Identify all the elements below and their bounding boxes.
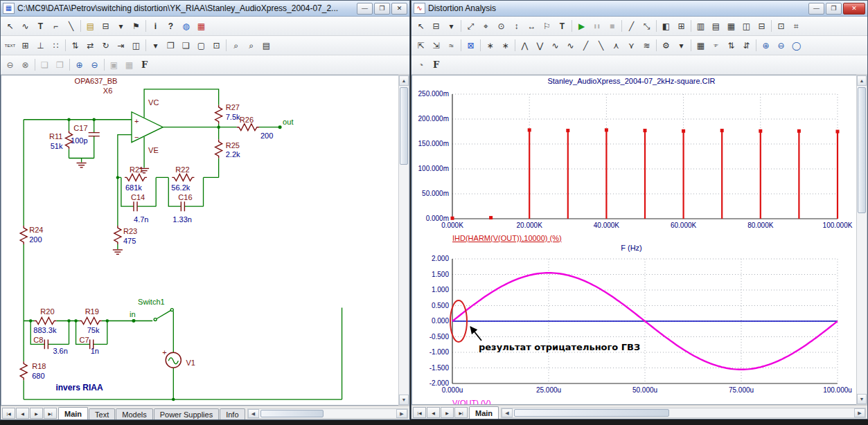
options-dropdown-icon[interactable]: ▾ [674,39,689,53]
picker-dropdown-icon[interactable]: ▾ [444,19,459,33]
zoom-in-icon[interactable]: ⊕ [72,58,87,72]
minimize-button[interactable]: — [357,3,373,15]
text-mode-icon[interactable]: T [555,19,569,33]
cursor-left-icon[interactable]: ∗ [483,39,497,53]
zoom-out-icon[interactable]: ⊖ [774,39,788,53]
rise-edge-icon[interactable]: ╱ [578,39,593,53]
data-points-icon[interactable]: ⊞ [674,19,689,33]
last-tab-button[interactable]: ▶| [44,408,57,419]
prev-tab-button[interactable]: ◀ [427,407,440,418]
font-icon[interactable]: F [137,58,152,72]
picker-dropdown-icon[interactable]: ▾ [114,19,128,33]
scroll-track[interactable] [513,408,854,417]
envelope-icon[interactable]: ≋ [639,39,654,53]
pause-icon[interactable]: ❚❚ [590,19,604,33]
browser-icon[interactable]: ◍ [179,19,193,33]
first-tab-button[interactable]: |◀ [413,407,426,418]
next-tab-button[interactable]: ▶ [30,408,43,419]
find-icon[interactable]: ⌕ [229,39,243,53]
run-icon[interactable]: ▶ [574,19,589,33]
scroll-right-button[interactable]: ▶ [396,409,407,418]
zoom-out-icon[interactable]: ⊖ [87,58,102,72]
fall-edge-icon[interactable]: ╲ [594,39,608,53]
flip-horizontal-icon[interactable]: ⇄ [83,39,98,53]
cancel-circle-icon[interactable]: ⊗ [18,58,33,72]
stop-circle-icon[interactable]: ⊖ [3,58,17,72]
scroll-thumb[interactable] [514,409,669,417]
zoom-fit-icon[interactable]: ◯ [789,39,804,53]
close-button[interactable]: ✕ [391,3,407,15]
tab-models[interactable]: Models [116,408,152,419]
help-mode-icon[interactable]: ? [163,19,178,33]
grid-text-icon[interactable]: ∷ [48,39,63,53]
fft-window-icon[interactable]: ⊠ [463,39,478,53]
analysis-horizontal-scrollbar[interactable]: ◀ ▶ [501,408,866,418]
analysis-titlebar[interactable]: ∿ Distortion Analysis — ❐ ✕ [411,1,867,17]
grid-panel-icon[interactable]: ▦ [724,19,738,33]
prev-tab-button[interactable]: ◀ [16,408,29,419]
flag-icon[interactable]: ⚑ [129,19,143,33]
step-box-icon[interactable]: ⇥ [114,39,128,53]
rotate-icon[interactable]: ↻ [98,39,113,53]
schematic-canvas[interactable]: + − [1,75,398,406]
zoom-region-icon[interactable]: ⊡ [209,39,224,53]
restore-scale-icon[interactable]: ≈ [444,39,459,53]
tab-main[interactable]: Main [469,406,499,419]
ruler-vertical-icon[interactable]: ▤ [709,19,723,33]
first-tab-button[interactable]: |◀ [2,408,15,419]
peak-icon[interactable]: ⋀ [517,39,532,53]
waveform-chart[interactable]: 0.000u25.000u50.000u75.000u100.000u2.000… [415,253,853,396]
horizontal-tag-icon[interactable]: ↔ [524,19,539,33]
cursor-lines-icon[interactable]: ⌗ [789,19,804,33]
schematic-titlebar[interactable]: ▦ C:\MC9\DATA\Petrov\switching distortio… [1,1,409,17]
series-label-ihd[interactable]: IHD(HARM(V(OUT)),10000) (%) [452,234,856,244]
split-vertical-icon[interactable]: ⊟ [754,19,769,33]
series-label-vout[interactable]: V(OUT) (V) [452,399,856,405]
annotation-group[interactable]: результат отрицательного ГВЗ [450,300,640,352]
periodic-steady-state-icon[interactable]: 'P' [709,39,723,53]
waveform-options-icon[interactable]: ⚙ [659,39,673,53]
scroll-right-button[interactable]: ▶ [854,408,865,417]
mirror-icon[interactable]: ◫ [129,39,143,53]
component-picker-icon[interactable]: ⊟ [429,19,443,33]
font-icon[interactable]: F [429,58,443,72]
text-mode-icon[interactable]: T [33,19,48,33]
schematic-vertical-scrollbar[interactable]: ▲ ▼ [398,75,409,406]
tab-power-supplies[interactable]: Power Supplies [154,408,219,419]
last-tab-button[interactable]: ▶| [454,407,468,418]
picture-view-icon[interactable]: ▣ [107,58,121,72]
select-graph-icon[interactable]: ◧ [659,19,673,33]
scroll-down-button[interactable]: ▼ [857,394,867,404]
plot-area[interactable]: Stanley_AudioXpress_2004-07_2kHz-square.… [411,75,856,405]
close-button[interactable]: ✕ [843,3,865,15]
split-horizontal-icon[interactable]: ◫ [739,19,754,33]
copy-front-icon[interactable]: ❏ [37,58,52,72]
arrow-draw-icon[interactable]: ⤡ [639,19,654,33]
zoom-in-icon[interactable]: ⊕ [759,39,773,53]
find-repeat-icon[interactable]: ⌕ [244,39,258,53]
scale-mode-icon[interactable]: ⤢ [463,19,478,33]
global-high-icon[interactable]: ⋏ [609,39,623,53]
send-back-icon[interactable]: ❐ [163,39,178,53]
attribute-text-icon[interactable]: ⊞ [18,39,33,53]
minimize-button[interactable]: — [808,3,824,15]
pan-up-icon[interactable]: ⇅ [724,39,738,53]
text-label-icon[interactable]: TEXT [3,39,17,53]
info-mode-icon[interactable]: i [148,19,163,33]
auto-scale-icon[interactable]: ⇲ [429,39,443,53]
pin-marker-icon[interactable]: ⊥ [33,39,48,53]
diagonal-wire-icon[interactable]: ╲ [64,19,78,33]
select-region-icon[interactable]: ▢ [194,39,209,53]
ortho-wire-icon[interactable]: ⌐ [48,19,63,33]
tab-info[interactable]: Info [220,408,245,419]
vertical-tag-icon[interactable]: ↕ [509,19,524,33]
flip-vertical-icon[interactable]: ⇅ [68,39,82,53]
wire-squiggle-icon[interactable]: ∿ [18,19,33,33]
bring-front-icon[interactable]: ❏ [179,39,193,53]
numeric-output-icon[interactable]: ▦ [693,39,708,53]
cursor-mode-icon[interactable]: ⌖ [479,19,493,33]
point-tag-icon[interactable]: ⊙ [494,19,508,33]
scroll-track[interactable] [399,86,409,395]
wave-up-icon[interactable]: ∿ [548,39,563,53]
harmonics-chart[interactable]: 0.000K20.000K40.000K60.000K80.000K100.00… [415,87,853,231]
